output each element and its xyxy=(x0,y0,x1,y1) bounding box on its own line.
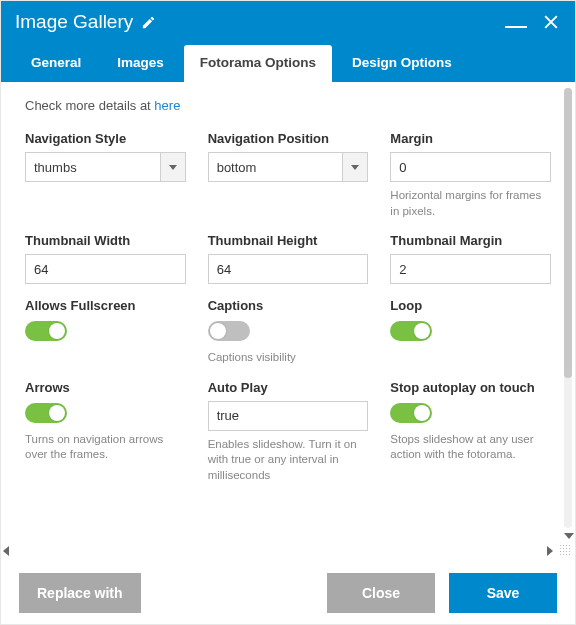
autoplay-input[interactable] xyxy=(208,401,369,431)
resize-grip-icon[interactable] xyxy=(559,544,571,556)
field-fullscreen: Allows Fullscreen xyxy=(25,298,186,366)
autoplay-help: Enables slideshow. Turn it on with true … xyxy=(208,437,369,484)
edit-icon[interactable] xyxy=(141,15,156,30)
field-arrows: Arrows Turns on navigation arrows over t… xyxy=(25,380,186,484)
field-thumb-margin: Thumbnail Margin xyxy=(390,233,551,284)
tab-images[interactable]: Images xyxy=(101,45,180,82)
thumb-margin-label: Thumbnail Margin xyxy=(390,233,551,248)
loop-toggle[interactable] xyxy=(390,321,432,341)
nav-style-label: Navigation Style xyxy=(25,131,186,146)
scroll-left-icon[interactable] xyxy=(3,546,9,556)
arrows-label: Arrows xyxy=(25,380,186,395)
nav-style-select[interactable]: thumbs xyxy=(25,152,186,182)
replace-with-button[interactable]: Replace with xyxy=(19,573,141,613)
field-captions: Captions Captions visibility xyxy=(208,298,369,366)
margin-help: Horizontal margins for frames in pixels. xyxy=(390,188,551,219)
resize-bar xyxy=(1,541,575,561)
chevron-down-icon[interactable] xyxy=(160,152,186,182)
tab-design-options[interactable]: Design Options xyxy=(336,45,468,82)
field-nav-position: Navigation Position bottom xyxy=(208,131,369,219)
tab-general[interactable]: General xyxy=(15,45,97,82)
thumb-height-label: Thumbnail Height xyxy=(208,233,369,248)
thumb-width-input[interactable] xyxy=(25,254,186,284)
margin-input[interactable] xyxy=(390,152,551,182)
autoplay-label: Auto Play xyxy=(208,380,369,395)
captions-toggle[interactable] xyxy=(208,321,250,341)
tab-fotorama-options[interactable]: Fotorama Options xyxy=(184,45,332,82)
chevron-down-icon[interactable] xyxy=(342,152,368,182)
thumb-margin-input[interactable] xyxy=(390,254,551,284)
captions-help: Captions visibility xyxy=(208,350,369,366)
nav-position-select[interactable]: bottom xyxy=(208,152,369,182)
dialog-title: Image Gallery xyxy=(15,11,133,33)
dialog-footer: Replace with Close Save xyxy=(1,561,575,625)
field-nav-style: Navigation Style thumbs xyxy=(25,131,186,219)
field-margin: Margin Horizontal margins for frames in … xyxy=(390,131,551,219)
thumb-height-input[interactable] xyxy=(208,254,369,284)
thumb-width-label: Thumbnail Width xyxy=(25,233,186,248)
stop-autoplay-label: Stop autoplay on touch xyxy=(390,380,551,395)
field-loop: Loop xyxy=(390,298,551,366)
close-icon[interactable] xyxy=(541,12,561,32)
fullscreen-label: Allows Fullscreen xyxy=(25,298,186,313)
arrows-help: Turns on navigation arrows over the fram… xyxy=(25,432,186,463)
fullscreen-toggle[interactable] xyxy=(25,321,67,341)
captions-label: Captions xyxy=(208,298,369,313)
field-stop-autoplay: Stop autoplay on touch Stops slideshow a… xyxy=(390,380,551,484)
margin-label: Margin xyxy=(390,131,551,146)
arrows-toggle[interactable] xyxy=(25,403,67,423)
scrollbar-thumb[interactable] xyxy=(564,88,572,378)
nav-position-label: Navigation Position xyxy=(208,131,369,146)
loop-label: Loop xyxy=(390,298,551,313)
save-button[interactable]: Save xyxy=(449,573,557,613)
details-hint: Check more details at here xyxy=(25,98,551,113)
stop-autoplay-help: Stops slideshow at any user action with … xyxy=(390,432,551,463)
scroll-down-icon[interactable] xyxy=(564,533,574,539)
tabs-bar: General Images Fotorama Options Design O… xyxy=(15,45,561,82)
field-thumb-width: Thumbnail Width xyxy=(25,233,186,284)
details-link[interactable]: here xyxy=(154,98,180,113)
stop-autoplay-toggle[interactable] xyxy=(390,403,432,423)
dialog-header: Image Gallery General Images Fotorama Op… xyxy=(1,1,575,82)
field-autoplay: Auto Play Enables slideshow. Turn it on … xyxy=(208,380,369,484)
dialog-body: Check more details at here Navigation St… xyxy=(1,82,575,541)
close-button[interactable]: Close xyxy=(327,573,435,613)
field-thumb-height: Thumbnail Height xyxy=(208,233,369,284)
minimize-icon[interactable] xyxy=(505,26,527,28)
scroll-right-icon[interactable] xyxy=(547,546,553,556)
